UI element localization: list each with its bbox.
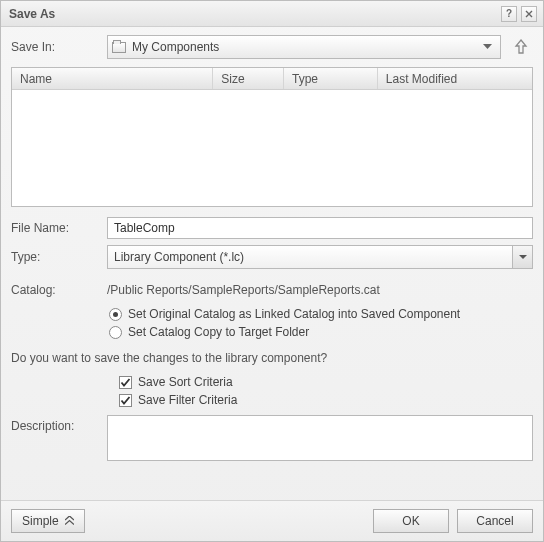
catalog-options: Set Original Catalog as Linked Catalog i… xyxy=(11,305,533,341)
cancel-button-label: Cancel xyxy=(476,514,513,528)
description-row: Description: xyxy=(11,415,533,461)
save-as-dialog: Save As ? Save In: My Components xyxy=(0,0,544,542)
file-listing[interactable]: Name Size Type Last Modified xyxy=(11,67,533,207)
chevron-down-icon xyxy=(512,246,532,268)
check-filter-row: Save Filter Criteria xyxy=(119,391,533,409)
chevron-up-double-icon xyxy=(65,514,74,528)
description-label: Description: xyxy=(11,415,99,433)
checkbox-save-filter[interactable] xyxy=(119,394,132,407)
checkbox-save-sort[interactable] xyxy=(119,376,132,389)
type-row: Type: Library Component (*.lc) xyxy=(11,245,533,269)
folder-icon xyxy=(112,42,126,53)
simple-button-label: Simple xyxy=(22,514,59,528)
close-button[interactable] xyxy=(521,6,537,22)
column-last-modified[interactable]: Last Modified xyxy=(378,68,532,89)
description-textarea[interactable] xyxy=(107,415,533,461)
help-button[interactable]: ? xyxy=(501,6,517,22)
save-in-value: My Components xyxy=(132,40,219,54)
dialog-footer: Simple OK Cancel xyxy=(1,500,543,541)
file-name-label: File Name: xyxy=(11,221,99,235)
radio-copy-catalog[interactable] xyxy=(109,326,122,339)
cancel-button[interactable]: Cancel xyxy=(457,509,533,533)
save-options: Save Sort Criteria Save Filter Criteria xyxy=(11,373,533,409)
type-label: Type: xyxy=(11,250,99,264)
chevron-down-icon xyxy=(478,36,496,58)
up-arrow-icon xyxy=(514,39,528,55)
radio-linked-catalog[interactable] xyxy=(109,308,122,321)
dialog-content: Save In: My Components Na xyxy=(1,27,543,500)
listing-header: Name Size Type Last Modified xyxy=(12,68,532,90)
catalog-label: Catalog: xyxy=(11,283,99,297)
up-folder-button[interactable] xyxy=(509,35,533,59)
catalog-row: Catalog: /Public Reports/SampleReports/S… xyxy=(11,281,533,299)
column-size[interactable]: Size xyxy=(213,68,284,89)
type-combo[interactable]: Library Component (*.lc) xyxy=(107,245,533,269)
titlebar: Save As ? xyxy=(1,1,543,27)
radio-linked-catalog-label: Set Original Catalog as Linked Catalog i… xyxy=(128,307,460,321)
type-value: Library Component (*.lc) xyxy=(114,250,512,264)
save-in-row: Save In: My Components xyxy=(11,35,533,59)
checkbox-save-sort-label: Save Sort Criteria xyxy=(138,375,233,389)
save-in-label: Save In: xyxy=(11,40,99,54)
catalog-path: /Public Reports/SampleReports/SampleRepo… xyxy=(107,281,380,299)
dialog-title: Save As xyxy=(9,7,497,21)
check-sort-row: Save Sort Criteria xyxy=(119,373,533,391)
save-changes-question: Do you want to save the changes to the l… xyxy=(11,351,533,365)
checkbox-save-filter-label: Save Filter Criteria xyxy=(138,393,237,407)
radio-copy-catalog-label: Set Catalog Copy to Target Folder xyxy=(128,325,309,339)
save-in-dropdown[interactable]: My Components xyxy=(107,35,501,59)
file-name-input[interactable] xyxy=(107,217,533,239)
file-name-row: File Name: xyxy=(11,217,533,239)
radio-copy-catalog-row: Set Catalog Copy to Target Folder xyxy=(109,323,533,341)
listing-body xyxy=(12,90,532,206)
column-name[interactable]: Name xyxy=(12,68,213,89)
simple-button[interactable]: Simple xyxy=(11,509,85,533)
column-type[interactable]: Type xyxy=(284,68,378,89)
ok-button[interactable]: OK xyxy=(373,509,449,533)
radio-linked-catalog-row: Set Original Catalog as Linked Catalog i… xyxy=(109,305,533,323)
ok-button-label: OK xyxy=(402,514,419,528)
